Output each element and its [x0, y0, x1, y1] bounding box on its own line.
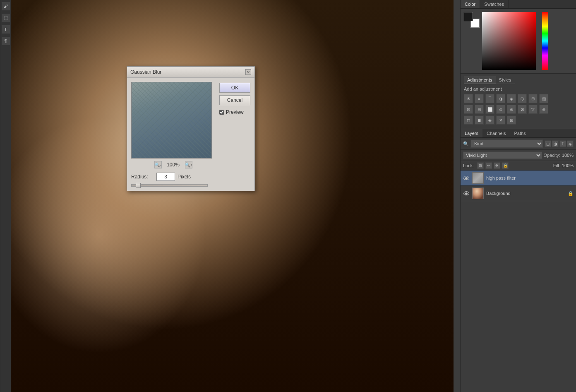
adjustment-icons-row-1: ☀ ≡ ⌒ ◑ ◈ ⬡ ⊞ ▧ — [464, 94, 573, 103]
blend-mode-dropdown[interactable]: Vivid Light — [463, 152, 542, 159]
fill-value: 100% — [562, 163, 574, 168]
stamp-tool-icon[interactable]: ⬚ — [1, 13, 10, 22]
layers-search-controls: 🔍 Kind ◻ ◑ T ◈ — [461, 138, 576, 150]
adjustment-icons-row-2: ⊡ ⊟ ⬜ ⊘ ⊛ ⊠ ▽ ⊕ — [464, 105, 573, 114]
radius-row: Radius: Pixels — [131, 173, 215, 181]
zoom-level-display: 100% — [165, 162, 182, 168]
layer-thumbnail-high-pass — [472, 172, 484, 184]
tab-layers[interactable]: Layers — [461, 129, 482, 137]
adj-extra-1-icon[interactable]: ◻ — [464, 115, 473, 125]
adjustments-panel: Adjustments Styles Add an adjustment ☀ ≡… — [461, 74, 576, 129]
zoom-out-button[interactable]: 🔍- — [154, 161, 162, 168]
layer-item-high-pass[interactable]: high pass filter — [461, 171, 576, 186]
tab-color[interactable]: Color — [461, 0, 480, 8]
paragraph-tool-icon[interactable]: ¶ — [1, 36, 10, 46]
gaussian-blur-dialog: Gaussian Blur ✕ 🔍- 100% 🔍+ Radius: — [127, 66, 255, 191]
adj-extra-3-icon[interactable]: ◈ — [485, 115, 494, 125]
canvas-area: Gaussian Blur ✕ 🔍- 100% 🔍+ Radius: — [11, 0, 460, 392]
right-toolbar: 🖌 ⬚ T ¶ — [0, 0, 11, 392]
lock-checkered-icon[interactable]: ⊞ — [477, 162, 484, 169]
foreground-color-swatch[interactable] — [464, 12, 473, 21]
adjustments-subtitle: Add an adjustment — [464, 87, 573, 91]
color-hue-bar[interactable] — [542, 12, 548, 70]
adjustment-icons-row-3: ◻ ◼ ◈ ✕ ⊞ — [464, 115, 573, 125]
lock-label: Lock: — [463, 163, 474, 168]
color-panel: Color Swatches — [461, 0, 576, 74]
preview-checkbox-label: Preview — [226, 109, 244, 115]
layer-name-high-pass: high pass filter — [486, 176, 574, 180]
brush-tool-icon[interactable]: 🖌 — [1, 2, 10, 11]
lock-all-icon[interactable]: 🔒 — [502, 162, 509, 169]
tab-channels[interactable]: Channels — [482, 129, 510, 137]
levels-icon[interactable]: ≡ — [475, 94, 484, 103]
photo-canvas — [11, 0, 454, 392]
adj-extra-4-icon[interactable]: ✕ — [496, 115, 505, 125]
layer-filter-icons: ◻ ◑ T ◈ — [545, 140, 574, 147]
black-white-icon[interactable]: ▧ — [539, 94, 548, 103]
layer-thumbnail-background — [472, 188, 484, 199]
filter-adjust-icon[interactable]: ◑ — [552, 140, 559, 147]
layer-visibility-high-pass[interactable] — [463, 175, 470, 181]
posterize-icon[interactable]: ⊛ — [507, 105, 516, 114]
tab-adjustments[interactable]: Adjustments — [464, 76, 496, 84]
color-picker-area[interactable] — [482, 12, 573, 70]
layer-filter-dropdown[interactable]: Kind — [470, 139, 543, 148]
exposure-icon[interactable]: ◑ — [496, 94, 505, 103]
photo-filter-icon[interactable]: ⊡ — [464, 105, 473, 114]
vibrance-icon[interactable]: ◈ — [507, 94, 516, 103]
color-swatch-area — [461, 9, 576, 73]
tab-paths[interactable]: Paths — [510, 129, 530, 137]
radius-slider-thumb[interactable] — [136, 183, 141, 188]
ok-button[interactable]: OK — [219, 83, 250, 93]
adj-extra-2-icon[interactable]: ◼ — [475, 115, 484, 125]
type-tool-icon[interactable]: T — [1, 25, 10, 34]
radius-label: Radius: — [131, 174, 154, 180]
cancel-button[interactable]: Cancel — [219, 95, 250, 105]
selective-color-icon[interactable]: ⊕ — [539, 105, 548, 114]
tab-styles[interactable]: Styles — [496, 76, 515, 84]
blur-preview-box — [131, 82, 212, 159]
channel-mixer-icon[interactable]: ⊟ — [475, 105, 484, 114]
color-gradient-field[interactable] — [482, 12, 536, 70]
color-lookup-icon[interactable]: ⬜ — [485, 105, 494, 114]
adj-extra-5-icon[interactable]: ⊞ — [507, 115, 516, 125]
filter-shape-icon[interactable]: ◈ — [567, 140, 574, 147]
lock-brush-icon[interactable]: ✏ — [485, 162, 492, 169]
fill-label: Fill: — [553, 163, 560, 168]
brightness-contrast-icon[interactable]: ☀ — [464, 94, 473, 103]
dialog-container: Gaussian Blur ✕ 🔍- 100% 🔍+ Radius: — [127, 66, 255, 191]
visibility-eye-icon — [463, 176, 469, 180]
fg-bg-swatches — [464, 12, 480, 28]
radius-slider-track[interactable] — [131, 184, 208, 187]
lock-row: Lock: ⊞ ✏ ✥ 🔒 Fill: 100% — [461, 161, 576, 171]
preview-checkbox[interactable] — [219, 110, 224, 115]
zoom-bar: 🔍- 100% 🔍+ — [131, 161, 215, 168]
filter-type-icon[interactable]: T — [559, 140, 566, 147]
search-icon: 🔍 — [463, 141, 469, 147]
dialog-body: 🔍- 100% 🔍+ Radius: Pixels — [127, 78, 254, 191]
layer-lock-icon: 🔒 — [568, 191, 574, 196]
layer-thumbnail-gray-content — [473, 173, 483, 183]
right-panel: Color Swatches Adjustments Styles Add an… — [460, 0, 576, 392]
layer-visibility-background[interactable] — [463, 190, 470, 197]
blend-mode-row: Vivid Light Opacity: 100% — [461, 150, 576, 161]
layer-item-background[interactable]: Background 🔒 — [461, 186, 576, 201]
layers-panel-tabs: Layers Channels Paths — [461, 129, 576, 138]
curves-icon[interactable]: ⌒ — [485, 94, 494, 103]
lock-move-icon[interactable]: ✥ — [494, 162, 500, 169]
dialog-titlebar[interactable]: Gaussian Blur ✕ — [127, 67, 254, 78]
hue-saturation-icon[interactable]: ⬡ — [518, 94, 527, 103]
invert-icon[interactable]: ⊘ — [496, 105, 505, 114]
close-icon[interactable]: ✕ — [245, 69, 251, 75]
filter-pixel-icon[interactable]: ◻ — [545, 140, 551, 147]
zoom-in-button[interactable]: 🔍+ — [185, 161, 192, 168]
preview-checkbox-row: Preview — [219, 109, 250, 115]
radius-input[interactable] — [156, 173, 175, 181]
visibility-eye-icon-bg — [463, 191, 469, 195]
layer-name-background: Background — [486, 191, 565, 196]
blur-preview-image — [132, 82, 211, 158]
color-balance-icon[interactable]: ⊞ — [528, 94, 538, 103]
gradient-map-icon[interactable]: ▽ — [528, 105, 538, 114]
threshold-icon[interactable]: ⊠ — [518, 105, 527, 114]
tab-swatches[interactable]: Swatches — [480, 0, 509, 8]
